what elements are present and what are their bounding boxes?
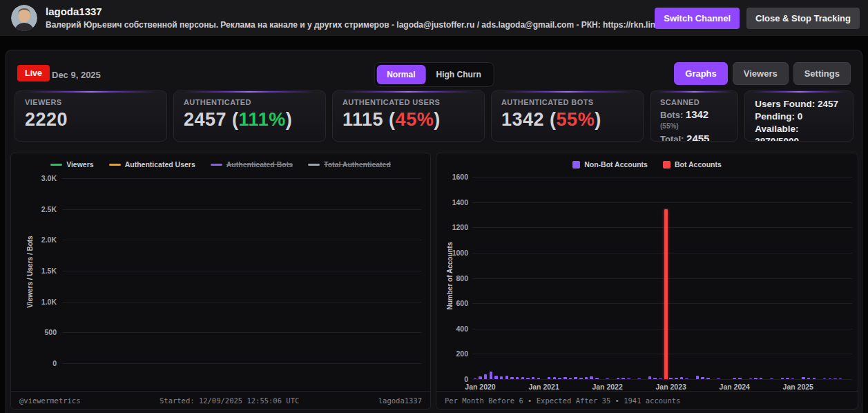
x-tick-label: Jan 2022 <box>592 383 622 391</box>
stream-date: Dec 9, 2025 <box>52 70 101 80</box>
legend-item-non-bot-accounts[interactable]: Non-Bot Accounts <box>572 160 648 169</box>
gridline <box>62 240 421 240</box>
view-buttons: Graphs Viewers Settings <box>674 62 851 85</box>
card-authenticated-bots: AUTHENTICATED BOTS 1342 (55%) <box>491 90 644 142</box>
bar-chart-legend: Non-Bot AccountsBot Accounts <box>436 160 858 169</box>
bar-non-bot-accounts <box>653 378 657 379</box>
started-timestamp: Started: 12/09/2025 12:55:06 UTC <box>81 396 378 405</box>
bar-non-bot-accounts <box>738 378 742 379</box>
bar-non-bot-accounts <box>479 376 482 379</box>
y-tick-label: 2.0K <box>41 236 57 244</box>
bar-non-bot-accounts <box>802 377 805 379</box>
bar-non-bot-accounts <box>813 378 816 379</box>
gridline <box>62 363 421 364</box>
bar-non-bot-accounts <box>749 378 753 380</box>
bar-non-bot-accounts <box>606 378 609 380</box>
bar-non-bot-accounts <box>526 378 530 379</box>
card-authenticated-users-value: 1115 (45%) <box>343 109 474 131</box>
card-quota: Users Found: 2457 Pending: 0 Available: … <box>744 90 853 142</box>
y-tick-label: 500 <box>44 328 57 336</box>
bar-chart-footer: Per Month Before 6 • Expected After 35 •… <box>436 391 858 409</box>
controls-row: Live Dec 9, 2025 Normal High Churn Graph… <box>6 64 862 85</box>
bar-non-bot-accounts <box>675 378 678 379</box>
gridline <box>62 271 421 271</box>
legend-label-bot-accounts: Bot Accounts <box>675 160 722 169</box>
watermark: @viewermetrics <box>19 396 81 405</box>
tab-graphs[interactable]: Graphs <box>674 62 728 85</box>
line-chart-legend: ViewersAuthenticated UsersAuthenticated … <box>11 160 430 169</box>
legend-swatch-total-authenticated <box>308 164 320 166</box>
y-tick-label: 1.5K <box>41 267 57 275</box>
bar-non-bot-accounts <box>574 377 577 379</box>
top-bar: lagoda1337 Валерий Юрьевич собственной п… <box>0 0 868 36</box>
switch-channel-button[interactable]: Switch Channel <box>655 8 740 29</box>
legend-item-authenticated-bots[interactable]: Authenticated Bots <box>211 160 293 169</box>
y-tick-label: 800 <box>456 274 468 282</box>
bar-non-bot-accounts <box>510 377 514 379</box>
legend-item-bot-accounts[interactable]: Bot Accounts <box>663 160 722 169</box>
x-tick-label: Jan 2025 <box>783 383 813 391</box>
bar-non-bot-accounts <box>494 376 498 379</box>
bar-non-bot-accounts <box>590 376 593 379</box>
mode-option-normal[interactable]: Normal <box>376 65 425 84</box>
card-authenticated: AUTHENTICATED 2457 (111%) <box>173 90 326 142</box>
bar-non-bot-accounts <box>648 376 652 379</box>
bar-non-bot-accounts <box>627 378 630 380</box>
tab-settings[interactable]: Settings <box>793 62 851 85</box>
bar-non-bot-accounts <box>754 378 758 379</box>
viewers-line-chart-panel: ViewersAuthenticated UsersAuthenticated … <box>10 153 431 410</box>
bar-non-bot-accounts <box>521 377 525 379</box>
close-stop-tracking-button[interactable]: Close & Stop Tracking <box>746 8 860 29</box>
legend-swatch-viewers <box>50 164 62 166</box>
card-viewers: VIEWERS 2220 <box>15 90 167 142</box>
bar-non-bot-accounts <box>669 378 673 379</box>
bar-chart-plot-area <box>472 177 843 379</box>
y-tick-label: 3.0K <box>41 174 57 182</box>
app-root: lagoda1337 Валерий Юрьевич собственной п… <box>0 0 868 413</box>
bar-non-bot-accounts <box>548 377 551 379</box>
bar-non-bot-accounts <box>701 377 704 379</box>
legend-label-total-authenticated: Total Authenticated <box>324 160 391 169</box>
bar-non-bot-accounts <box>621 378 625 379</box>
mode-toggle: Normal High Churn <box>374 62 494 87</box>
bar-non-bot-accounts <box>659 378 662 380</box>
bar-non-bot-accounts <box>500 376 503 379</box>
bar-non-bot-accounts <box>474 378 477 380</box>
bar-non-bot-accounts <box>579 378 583 379</box>
bar-non-bot-accounts <box>537 378 541 379</box>
account-age-bar-chart-panel: Non-Bot AccountsBot Accounts Number of A… <box>436 153 858 410</box>
bar-non-bot-accounts <box>505 376 509 379</box>
card-viewers-value: 2220 <box>25 109 157 131</box>
y-tick-label: 600 <box>456 299 468 307</box>
pending-line: Pending: 0 <box>755 111 843 123</box>
bar-non-bot-accounts <box>839 378 842 380</box>
bar-chart-footer-text: Per Month Before 6 • Expected After 35 •… <box>445 396 680 405</box>
legend-item-viewers[interactable]: Viewers <box>50 160 94 169</box>
line-chart-y-axis: 3.0K2.5K2.0K1.5K1.0K5000 <box>11 178 57 363</box>
card-scanned: SCANNED Bots: 1342 (55%) Total: 2455 <box>650 90 738 142</box>
x-tick-label: Jan 2021 <box>528 383 559 391</box>
card-authenticated-value: 2457 (111%) <box>184 109 316 131</box>
gridline <box>62 209 421 210</box>
y-tick-label: 1400 <box>452 198 468 206</box>
legend-item-authenticated-users[interactable]: Authenticated Users <box>109 160 195 169</box>
card-authenticated-label: AUTHENTICATED <box>184 98 316 106</box>
legend-item-total-authenticated[interactable]: Total Authenticated <box>308 160 391 169</box>
bar-non-bot-accounts <box>595 378 599 379</box>
legend-label-non-bot-accounts: Non-Bot Accounts <box>584 160 648 169</box>
bar-non-bot-accounts <box>760 378 763 379</box>
bar-non-bot-accounts <box>717 378 720 380</box>
legend-swatch-bot-accounts <box>663 161 671 169</box>
mode-option-high-churn[interactable]: High Churn <box>426 65 492 84</box>
tab-viewers[interactable]: Viewers <box>733 62 789 85</box>
bar-non-bot-accounts <box>484 374 488 379</box>
bar-non-bot-accounts <box>696 376 700 379</box>
y-tick-label: 1200 <box>452 223 468 231</box>
bar-non-bot-accounts <box>833 378 837 380</box>
y-tick-label: 200 <box>456 349 468 358</box>
bar-non-bot-accounts <box>637 378 641 380</box>
bar-non-bot-accounts <box>490 372 493 379</box>
line-chart-footer: @viewermetrics Started: 12/09/2025 12:55… <box>11 391 430 409</box>
channel-description: Валерий Юрьевич собственной персоны. Рек… <box>46 19 655 30</box>
bar-non-bot-accounts <box>569 378 572 379</box>
